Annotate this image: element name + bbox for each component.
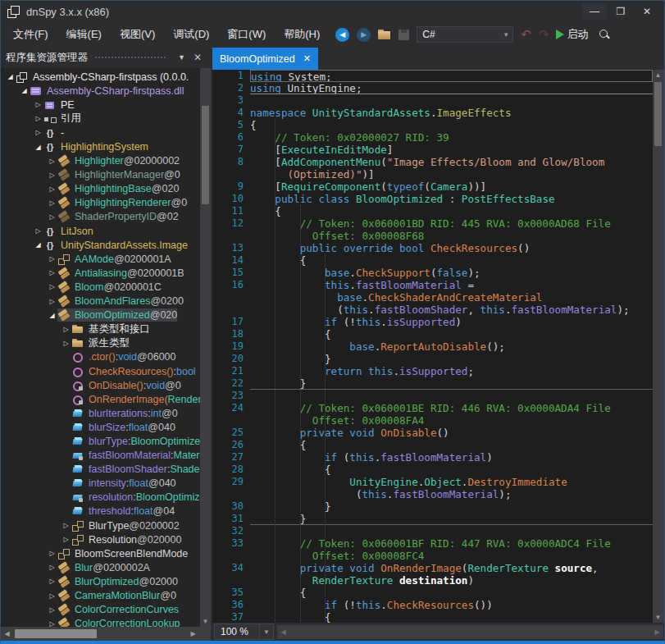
tree-item[interactable]: blurIterations : int @0 <box>1 406 200 420</box>
tree-item[interactable]: ▷Antialiasing @0200001B <box>1 266 200 280</box>
expanded-arrow-icon[interactable]: ◢ <box>33 241 43 249</box>
tree-item[interactable]: CheckResources() : bool <box>1 364 200 378</box>
navigate-forward-icon[interactable]: ▶ <box>357 28 371 42</box>
tree-item[interactable]: ▷BlurOptimized @02000 <box>1 574 200 588</box>
tree-hscroll-left-icon[interactable]: ◀ <box>1 627 13 641</box>
code-vscroll-up-icon[interactable]: ▲ <box>653 70 663 80</box>
tree-hscroll-thumb[interactable] <box>15 629 97 638</box>
tree-item[interactable]: ◢{}HighlightingSystem <box>1 139 200 153</box>
save-icon[interactable] <box>399 30 409 40</box>
tree-item[interactable]: ▷ColorCorrectionCurves <box>1 603 200 617</box>
collapsed-arrow-icon[interactable]: ▷ <box>33 101 43 108</box>
tree-item[interactable]: ▷{}LitJson <box>1 224 200 238</box>
tree-item[interactable]: blurType : BloomOptimized <box>1 434 200 448</box>
collapsed-arrow-icon[interactable]: ▷ <box>47 298 57 305</box>
expanded-arrow-icon[interactable]: ◢ <box>47 312 57 319</box>
collapsed-arrow-icon[interactable]: ▷ <box>47 269 57 276</box>
tree-vertical-scrollbar[interactable]: ▼ <box>200 68 211 627</box>
collapsed-arrow-icon[interactable]: ▷ <box>33 129 43 136</box>
collapsed-arrow-icon[interactable]: ▷ <box>33 227 43 235</box>
tree-item[interactable]: OnDisable() : void @0 <box>1 378 200 392</box>
navigate-back-icon[interactable]: ◀ <box>335 28 349 42</box>
collapsed-arrow-icon[interactable]: ▷ <box>47 185 57 193</box>
close-button[interactable]: ✕ <box>635 3 659 20</box>
collapsed-arrow-icon[interactable]: ▷ <box>61 326 71 333</box>
tree-item[interactable]: ◢BloomOptimized @020 <box>1 308 200 322</box>
tree-horizontal-scrollbar[interactable]: ◀ ▶ <box>1 627 211 641</box>
tree-item[interactable]: ▷BlurType @0200002 <box>1 518 200 532</box>
tree-item[interactable]: ◢{}UnityStandardAssets.Image <box>1 238 200 252</box>
menu-item[interactable]: 视图(V) <box>111 25 164 43</box>
tree-item[interactable]: ▷CameraMotionBlur @0 <box>1 588 200 602</box>
tree-item[interactable]: ▷基类型和接口 <box>1 322 200 336</box>
collapsed-arrow-icon[interactable]: ▷ <box>47 564 57 571</box>
tree-vscroll-down-icon[interactable]: ▼ <box>200 616 211 627</box>
menu-item[interactable]: 编辑(E) <box>57 25 111 43</box>
collapsed-arrow-icon[interactable]: ▷ <box>47 255 57 263</box>
tree-item[interactable]: ▷BloomScreenBlendMode <box>1 546 200 560</box>
collapsed-arrow-icon[interactable]: ▷ <box>47 283 57 290</box>
maximize-button[interactable]: ❐ <box>608 3 633 20</box>
tree-item[interactable]: fastBloomMaterial : Material <box>1 449 200 463</box>
collapsed-arrow-icon[interactable]: ▷ <box>61 522 71 529</box>
tree-item[interactable]: ▷HighlightingRenderer @0 <box>1 196 200 210</box>
collapsed-arrow-icon[interactable]: ▷ <box>47 213 57 221</box>
tree-item[interactable]: ◢Assembly-CSharp-firstpass.dll <box>1 84 200 98</box>
code-hscroll-left-icon[interactable]: ◀ <box>277 625 289 639</box>
tree-item[interactable]: ▷ShaderPropertyID @02 <box>1 210 200 224</box>
tree-item[interactable]: ▷PE <box>1 98 200 112</box>
panel-close-icon[interactable]: ✕ <box>189 52 206 63</box>
menu-item[interactable]: 窗口(W) <box>218 25 275 43</box>
tree-item[interactable]: resolution : BloomOptimized <box>1 491 200 505</box>
expanded-arrow-icon[interactable]: ◢ <box>33 144 43 151</box>
tree-item[interactable]: ▷引用 <box>1 112 200 126</box>
tree-item[interactable]: fastBloomShader : Shader <box>1 463 200 477</box>
tree-item[interactable]: blurSize : float @040 <box>1 420 200 434</box>
undo-icon[interactable]: ↶ <box>521 27 531 42</box>
search-icon[interactable] <box>599 29 610 40</box>
tree-item[interactable]: .ctor() : void @06000 <box>1 350 200 364</box>
start-button[interactable]: 启动 <box>556 27 588 42</box>
code-view[interactable]: 1using System;2using UnityEngine;34names… <box>212 70 653 623</box>
collapsed-arrow-icon[interactable]: ▷ <box>47 158 57 165</box>
language-combobox[interactable]: C# ▼ <box>417 26 513 43</box>
collapsed-arrow-icon[interactable]: ▷ <box>47 620 57 627</box>
menu-item[interactable]: 文件(F) <box>4 25 57 43</box>
zoom-level[interactable]: 100 % <box>214 623 260 640</box>
tree-item[interactable]: ▷BloomAndFlares @0200 <box>1 295 200 308</box>
code-vscroll-down-icon[interactable]: ▼ <box>653 612 663 623</box>
menu-item[interactable]: 调试(D) <box>164 25 218 43</box>
zoom-dropdown-icon[interactable]: ▼ <box>260 623 274 640</box>
tree-item[interactable]: intensity : float @040 <box>1 477 200 491</box>
code-vertical-scrollbar[interactable]: ▲ ▼ <box>653 70 664 623</box>
expanded-arrow-icon[interactable]: ◢ <box>5 73 16 80</box>
collapsed-arrow-icon[interactable]: ▷ <box>47 578 57 585</box>
tree-item[interactable]: ▷Resolution @020000 <box>1 532 200 546</box>
tree-item[interactable]: threshold : float @04 <box>1 505 200 518</box>
minimize-button[interactable]: — <box>582 3 607 20</box>
panel-grip[interactable] <box>94 56 167 60</box>
panel-dropdown-icon[interactable]: ▼ <box>174 53 189 62</box>
collapsed-arrow-icon[interactable]: ▷ <box>47 606 57 614</box>
tree-item[interactable]: ▷AAMode @0200001A <box>1 252 200 266</box>
collapsed-arrow-icon[interactable]: ▷ <box>61 340 71 347</box>
collapsed-arrow-icon[interactable]: ▷ <box>47 199 57 207</box>
tree-hscroll-right-icon[interactable]: ▶ <box>187 627 199 641</box>
code-vscroll-thumb[interactable] <box>654 82 662 146</box>
code-horizontal-scrollbar[interactable]: ◀ ▶ <box>277 625 663 639</box>
code-hscroll-right-icon[interactable]: ▶ <box>651 625 663 639</box>
redo-icon[interactable]: ↷ <box>539 27 549 42</box>
tree-item[interactable]: ▷HighlighterManager @0 <box>1 168 200 182</box>
tree-item[interactable]: ▷Highlighter @02000002 <box>1 154 200 168</box>
tree-item[interactable]: OnRenderImage(RenderTexture <box>1 392 200 406</box>
tree-item[interactable]: ▷Bloom @0200001C <box>1 280 200 294</box>
menu-item[interactable]: 帮助(H) <box>275 25 329 43</box>
collapsed-arrow-icon[interactable]: ▷ <box>61 536 71 543</box>
tab-bloomoptimized[interactable]: BloomOptimized ✕ <box>212 48 318 70</box>
tree-item[interactable]: ◢Assembly-CSharp-firstpass (0.0.0. <box>1 70 200 84</box>
tree-item[interactable]: ▷Blur @0200002A <box>1 560 200 574</box>
collapsed-arrow-icon[interactable]: ▷ <box>47 171 57 179</box>
tree-item[interactable]: ▷派生类型 <box>1 336 200 350</box>
assembly-tree[interactable]: ◢Assembly-CSharp-firstpass (0.0.0.◢Assem… <box>1 68 200 627</box>
expanded-arrow-icon[interactable]: ◢ <box>19 87 30 94</box>
